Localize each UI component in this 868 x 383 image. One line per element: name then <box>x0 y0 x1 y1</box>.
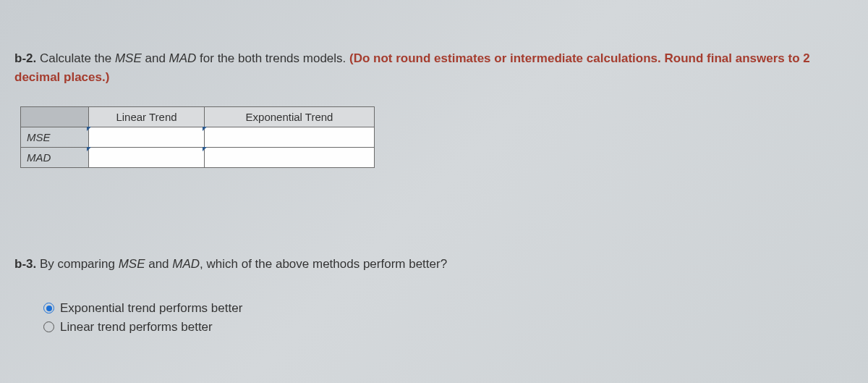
q2-prefix: b-3. <box>14 257 36 271</box>
q2-and-1: and <box>145 257 172 271</box>
cell-mad-exp[interactable] <box>205 148 375 168</box>
row-header-mse: MSE <box>21 127 89 148</box>
col-header-exponential: Exponential Trend <box>205 107 375 127</box>
q1-prefix: b-2. <box>14 51 36 65</box>
input-mse-exp[interactable] <box>205 128 374 147</box>
table-row: MAD <box>21 148 375 168</box>
q1-and-1: and <box>142 51 169 65</box>
radio-icon <box>43 321 54 332</box>
q1-text-2: for the both trends models. <box>196 51 349 65</box>
radio-group: Exponential trend performs better Linear… <box>43 301 854 334</box>
radio-option-linear[interactable]: Linear trend performs better <box>43 320 854 334</box>
cell-handle-icon <box>203 127 207 131</box>
q2-text-2: , which of the above methods perform bet… <box>200 257 447 271</box>
q2-text-1: By comparing <box>36 257 118 271</box>
radio-icon <box>43 303 54 313</box>
radio-dot-icon <box>46 306 52 311</box>
q2-mse: MSE <box>119 257 145 271</box>
q1-mad: MAD <box>169 51 197 65</box>
cell-mse-linear[interactable] <box>89 127 205 148</box>
input-mad-exp[interactable] <box>205 148 374 167</box>
cell-handle-icon <box>87 127 91 131</box>
table-row: MSE <box>21 127 375 148</box>
radio-label-linear: Linear trend performs better <box>60 320 213 334</box>
cell-mad-linear[interactable] <box>89 148 205 168</box>
q1-mse: MSE <box>115 51 142 65</box>
col-header-linear: Linear Trend <box>89 107 205 127</box>
table-corner <box>21 107 89 127</box>
cell-handle-icon <box>87 147 91 151</box>
row-header-mad: MAD <box>21 148 89 168</box>
cell-mse-exp[interactable] <box>205 127 375 148</box>
cell-handle-icon <box>203 147 207 151</box>
radio-option-exponential[interactable]: Exponential trend performs better <box>43 301 854 316</box>
question-b2: b-2. Calculate the MSE and MAD for the b… <box>14 49 854 86</box>
question-b3: b-3. By comparing MSE and MAD, which of … <box>14 255 854 334</box>
q1-text-1: Calculate the <box>36 51 115 65</box>
trend-table: Linear Trend Exponential Trend MSE MAD <box>20 106 854 168</box>
radio-label-exponential: Exponential trend performs better <box>60 301 242 316</box>
q2-mad: MAD <box>172 257 200 271</box>
input-mse-linear[interactable] <box>89 128 204 147</box>
input-mad-linear[interactable] <box>89 148 204 167</box>
